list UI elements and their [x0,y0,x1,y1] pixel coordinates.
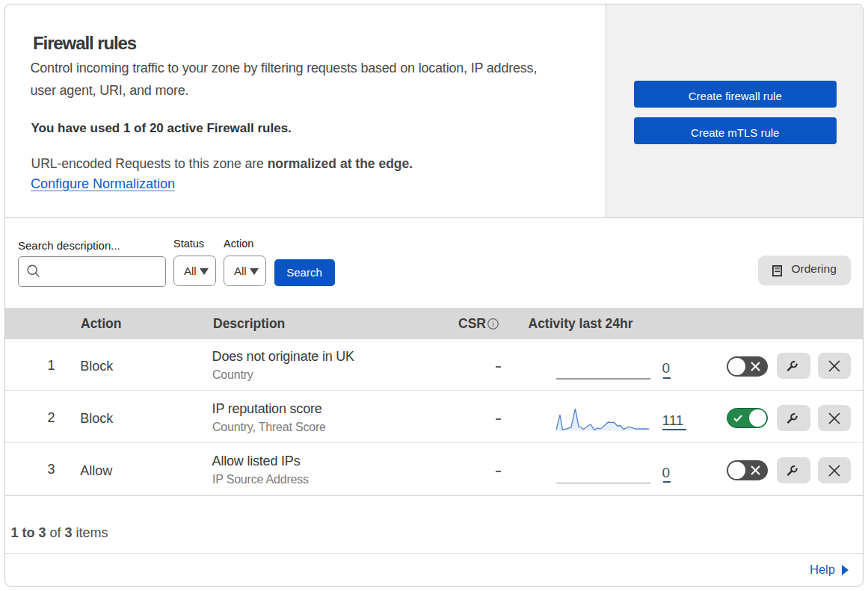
svg-text:i: i [492,319,494,328]
